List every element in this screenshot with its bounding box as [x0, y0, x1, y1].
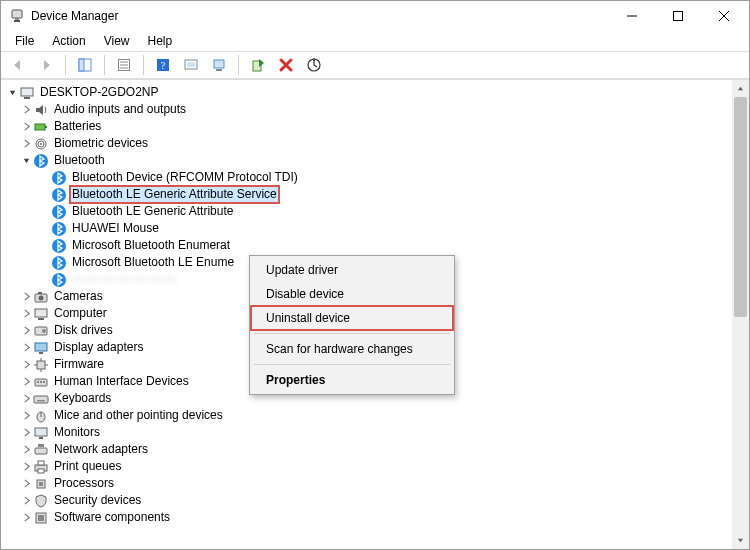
help-button[interactable]: ?	[150, 53, 176, 77]
tree-item-label: Batteries	[52, 118, 103, 135]
svg-text:?: ?	[161, 60, 166, 71]
chevron-right-icon[interactable]	[19, 375, 33, 389]
svg-rect-24	[45, 126, 47, 128]
context-menu: Update driver Disable device Uninstall d…	[249, 255, 455, 395]
tree-category-biometric[interactable]: Biometric devices	[1, 135, 732, 152]
svg-rect-2	[15, 18, 19, 20]
camera-icon	[33, 289, 49, 305]
tree-item-label: Microsoft Bluetooth LE Enume	[70, 254, 236, 271]
menu-file[interactable]: File	[7, 32, 42, 50]
display-icon	[33, 340, 49, 356]
back-button[interactable]	[5, 53, 31, 77]
tree-category-batteries[interactable]: Batteries	[1, 118, 732, 135]
scan-button[interactable]	[178, 53, 204, 77]
tree-category-processors[interactable]: Processors	[1, 475, 732, 492]
chevron-right-icon[interactable]	[19, 426, 33, 440]
chevron-right-icon[interactable]	[19, 511, 33, 525]
ctx-scan-hardware[interactable]: Scan for hardware changes	[252, 337, 452, 361]
chip-icon	[33, 357, 49, 373]
tree-root[interactable]: DESKTOP-2GDO2NP	[1, 84, 732, 101]
bluetooth-icon	[51, 221, 67, 237]
menu-help[interactable]: Help	[140, 32, 181, 50]
svg-point-51	[37, 381, 39, 383]
uninstall-device-button[interactable]	[273, 53, 299, 77]
svg-rect-60	[35, 448, 47, 454]
svg-rect-43	[35, 343, 47, 351]
scan-hardware-button[interactable]	[301, 53, 327, 77]
close-button[interactable]	[701, 1, 747, 31]
chevron-right-icon[interactable]	[19, 358, 33, 372]
chevron-right-icon[interactable]	[19, 477, 33, 491]
chevron-right-icon[interactable]	[19, 324, 33, 338]
tree-category-software[interactable]: Software components	[1, 509, 732, 526]
enable-device-button[interactable]	[245, 53, 271, 77]
svg-rect-4	[674, 12, 683, 21]
bluetooth-icon	[51, 204, 67, 220]
menu-view[interactable]: View	[96, 32, 138, 50]
chevron-right-icon[interactable]	[19, 460, 33, 474]
tree-category-bluetooth[interactable]: Bluetooth	[1, 152, 732, 169]
menu-action[interactable]: Action	[44, 32, 93, 50]
ctx-disable-device[interactable]: Disable device	[252, 282, 452, 306]
mouse-icon	[33, 408, 49, 424]
chevron-down-icon[interactable]	[5, 86, 19, 100]
chevron-right-icon[interactable]	[19, 443, 33, 457]
tree-item-label: Bluetooth LE Generic Attribute	[70, 203, 235, 220]
chevron-right-icon[interactable]	[19, 307, 33, 321]
tree-device-bt-le-service-2[interactable]: Bluetooth LE Generic Attribute	[1, 203, 732, 220]
tree-item-label: — — — — — — —	[70, 271, 178, 288]
svg-rect-40	[38, 318, 44, 320]
tree-category-printq[interactable]: Print queues	[1, 458, 732, 475]
forward-button[interactable]	[33, 53, 59, 77]
fingerprint-icon	[33, 136, 49, 152]
tree-item-label: Mice and other pointing devices	[52, 407, 225, 424]
tree-category-audio[interactable]: Audio inputs and outputs	[1, 101, 732, 118]
monitor-icon	[33, 425, 49, 441]
chevron-down-icon[interactable]	[19, 154, 33, 168]
speaker-icon	[33, 102, 49, 118]
ctx-properties[interactable]: Properties	[252, 368, 452, 392]
tree-category-monitors[interactable]: Monitors	[1, 424, 732, 441]
toolbar-separator	[143, 55, 144, 75]
show-hide-tree-button[interactable]	[72, 53, 98, 77]
tree-item-label: Print queues	[52, 458, 123, 475]
chevron-right-icon[interactable]	[19, 137, 33, 151]
tree-device-bt-rfcomm[interactable]: Bluetooth Device (RFCOMM Protocol TDI)	[1, 169, 732, 186]
properties-button[interactable]	[111, 53, 137, 77]
svg-rect-18	[216, 69, 222, 71]
tree-device-bt-huawei[interactable]: HUAWEI Mouse	[1, 220, 732, 237]
scroll-thumb[interactable]	[734, 97, 747, 317]
minimize-button[interactable]	[609, 1, 655, 31]
svg-rect-0	[12, 10, 22, 18]
battery-icon	[33, 119, 49, 135]
tree-category-mice[interactable]: Mice and other pointing devices	[1, 407, 732, 424]
tree-item-label: Display adapters	[52, 339, 145, 356]
chevron-right-icon[interactable]	[19, 494, 33, 508]
tree-category-network[interactable]: Network adapters	[1, 441, 732, 458]
cpu-icon	[33, 476, 49, 492]
svg-rect-16	[187, 62, 195, 67]
svg-point-42	[42, 329, 46, 333]
ctx-uninstall-device[interactable]: Uninstall device	[252, 306, 452, 330]
chevron-right-icon[interactable]	[19, 120, 33, 134]
vertical-scrollbar[interactable]	[732, 80, 749, 549]
tree-device-bt-le-service[interactable]: Bluetooth LE Generic Attribute Service	[1, 186, 732, 203]
scroll-up-button[interactable]	[732, 80, 749, 97]
chevron-right-icon[interactable]	[19, 103, 33, 117]
chevron-right-icon[interactable]	[19, 341, 33, 355]
scroll-down-button[interactable]	[732, 532, 749, 549]
chevron-right-icon[interactable]	[19, 392, 33, 406]
tree-device-bt-enum[interactable]: Microsoft Bluetooth Enumerat	[1, 237, 732, 254]
ctx-update-driver[interactable]: Update driver	[252, 258, 452, 282]
tree-item-label: Audio inputs and outputs	[52, 101, 188, 118]
maximize-button[interactable]	[655, 1, 701, 31]
chevron-right-icon[interactable]	[19, 290, 33, 304]
svg-rect-66	[39, 482, 43, 486]
chevron-right-icon[interactable]	[19, 409, 33, 423]
tree-item-label: Human Interface Devices	[52, 373, 191, 390]
tree-category-security[interactable]: Security devices	[1, 492, 732, 509]
tree-item-label: Computer	[52, 305, 109, 322]
update-driver-button[interactable]	[206, 53, 232, 77]
scroll-track[interactable]	[732, 97, 749, 532]
device-tree[interactable]: DESKTOP-2GDO2NP Audio inputs and outputs…	[1, 80, 732, 549]
